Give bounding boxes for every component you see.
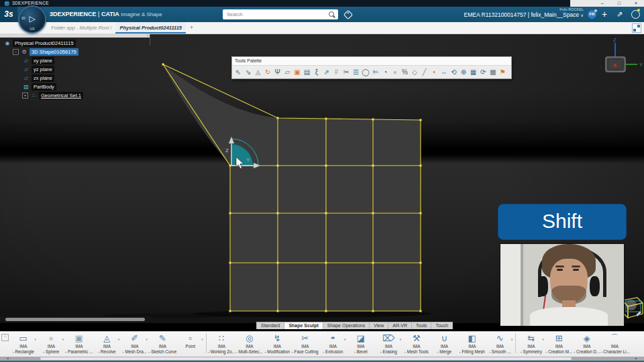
ellipse-tool-icon[interactable]: ◯ — [361, 66, 371, 78]
dropdown-caret-icon[interactable]: ∨ — [62, 337, 64, 341]
refresh-icon[interactable]: ⟳ — [478, 66, 488, 78]
toolbar-ima-creation-m[interactable]: ⊞IMA- Creation M... — [545, 332, 574, 355]
toolbar-ima-bevel[interactable]: ◪IMA- Bevel — [347, 332, 375, 355]
tag-icon[interactable] — [343, 10, 353, 19]
ribbon-tab-view[interactable]: View — [369, 322, 388, 329]
3dexperience-compass[interactable]: ▷ 3D V.R — [18, 5, 46, 34]
toolbar-ima-extrusion[interactable]: ◓∨IMA- Extrusion — [319, 332, 347, 355]
cut-icon[interactable]: ✂ — [341, 66, 352, 78]
tree-item-label[interactable]: xy plane — [32, 57, 54, 64]
extrude-box-icon[interactable]: ▣ — [292, 66, 303, 78]
share-icon[interactable]: ⇗ — [616, 10, 623, 19]
minus-expander-icon[interactable]: − — [13, 49, 19, 55]
search-input[interactable]: Search — [223, 9, 338, 19]
dropdown-caret-icon[interactable]: ∨ — [399, 337, 402, 341]
tree-item-zx-plane[interactable]: ▱zx plane — [1, 74, 83, 82]
point-tool-icon[interactable]: • — [429, 66, 439, 78]
add-button[interactable]: + — [602, 9, 607, 19]
table-icon[interactable]: ☰ — [351, 66, 361, 78]
dropdown-caret-icon[interactable]: ∨ — [542, 337, 545, 341]
tree-item-physical-product02411115[interactable]: ◉Physical Product02411115 — [1, 39, 83, 48]
snip-icon[interactable]: ✄ — [370, 66, 380, 78]
tree-item-label[interactable]: 3D Shape01056175 — [30, 48, 78, 56]
toolbar-ima-creation-d[interactable]: ◈IMA- Creation D... — [573, 332, 601, 355]
sphere-tool-icon[interactable]: ● — [390, 66, 400, 78]
cube-tool-icon[interactable]: ▦ — [468, 66, 478, 78]
toolbar-collapse-icon[interactable]: ˇ — [1, 334, 9, 341]
tree-item-yz-plane[interactable]: ▱yz plane — [1, 65, 83, 74]
project-arrow-icon[interactable]: ⇗ — [321, 66, 331, 78]
ribbon-tab-shape-operations[interactable]: Shape Operations — [323, 322, 370, 329]
toolbar-ima-revolve[interactable]: ◬∨IMA- Revolve — [93, 332, 121, 355]
rotate-view-icon[interactable]: ⟲ — [449, 66, 459, 78]
dropdown-caret-icon[interactable]: ∨ — [343, 337, 346, 341]
close-button[interactable]: × — [629, 0, 643, 7]
move-all-icon[interactable]: ⊕ — [459, 66, 469, 78]
scale-icon[interactable]: ξ — [312, 66, 322, 78]
minimize-button[interactable]: – — [596, 0, 609, 7]
toolbar-point[interactable]: ▫∨Point — [176, 332, 205, 349]
translate-face-icon[interactable]: ▱ — [282, 66, 292, 78]
ribbon-tab-ar-vr[interactable]: AR-VR — [388, 322, 412, 329]
pick-icon[interactable]: Ψ — [272, 66, 282, 78]
scrollbar-thumb[interactable] — [5, 318, 145, 321]
toolbar-ima-symmetry[interactable]: ⇆∨IMA- Symmetry — [517, 332, 545, 355]
maximize-button[interactable]: □ — [612, 0, 626, 7]
tree-item-label[interactable]: Geometrical Set.1 — [39, 92, 83, 99]
ribbon-tab-standard[interactable]: Standard — [256, 322, 284, 329]
tenant-selector[interactable]: EMEA R1132100014757 | felix_Main__Space … — [464, 11, 584, 18]
search-icon[interactable] — [329, 11, 334, 17]
dropdown-caret-icon[interactable]: ∨ — [201, 337, 204, 341]
rotate-box-icon[interactable]: ▤ — [302, 66, 312, 78]
tree-item-label[interactable]: yz plane — [32, 66, 54, 73]
tree-item-geometrical-set-1[interactable]: +∴Geometrical Set.1 — [1, 91, 83, 100]
toolbar-ima-smooth[interactable]: ∿∨IMA- Smooth ... — [486, 332, 515, 355]
multi-select-icon[interactable]: ⇘ — [244, 66, 254, 78]
new-tab-button[interactable]: + — [190, 22, 193, 34]
toolbar-ima-mesh-tools[interactable]: ⚒IMA- Mesh Tools — [402, 332, 431, 355]
toolbar-ima-rectangle[interactable]: ▭∨IMA- Rectangle — [9, 332, 38, 355]
tools-palette-title[interactable]: Tools Palette — [232, 57, 511, 66]
tree-item-label[interactable]: Physical Product02411115 — [13, 40, 76, 47]
toolbar-ima-mesh-dra[interactable]: ✐∨IMA- Mesh Dra... — [121, 332, 149, 355]
tree-item-label[interactable]: PartBody — [32, 83, 56, 90]
toolbar-ima-erasing[interactable]: ⌦∨IMA- Erasing — [375, 332, 403, 355]
flag-icon[interactable]: ⚑ — [498, 66, 508, 78]
toolbar-ima-face-cutting[interactable]: ✂IMA- Face Cutting — [291, 332, 319, 355]
toolbar-ima-multi-selec[interactable]: ◎IMA- Multi-Selec... — [235, 332, 264, 355]
free-rotate-icon[interactable]: ◬ — [253, 66, 263, 78]
dropdown-caret-icon[interactable]: ∨ — [117, 337, 120, 341]
breadcrumb-path[interactable]: Folder app - Multiple Root / — [51, 25, 111, 31]
toolbar-ima-character-li[interactable]: ⌒IMA- Character Li... — [601, 332, 629, 355]
select-icon[interactable]: ⇖ — [233, 66, 244, 78]
tree-horizontal-scrollbar[interactable] — [0, 316, 152, 322]
toolbar-ima-sketch-curve[interactable]: ✎IMA- Sketch Curve — [149, 332, 177, 355]
ribbon-tab-touch[interactable]: Touch — [431, 322, 453, 329]
toolbar-ima-working-zo[interactable]: ∷IMA- Working Zo... — [208, 332, 236, 355]
proportion-icon[interactable]: % — [400, 66, 410, 78]
scroll-left-icon[interactable]: ◂ — [7, 356, 9, 361]
toolbar-ima-merge[interactable]: ∪IMA- Merge — [431, 332, 459, 355]
toolbar-ima-fitting-mesh[interactable]: ◧IMA- Fitting Mesh — [458, 332, 486, 355]
tree-item-label[interactable]: zx plane — [32, 74, 54, 82]
protractor-icon[interactable]: ◔ — [380, 66, 390, 78]
scrollbar-thumb[interactable] — [40, 357, 572, 360]
tree-item-3d-shape01056175[interactable]: −⚙3D Shape01056175 — [1, 48, 83, 56]
line-tool-icon[interactable]: ╱ — [419, 66, 429, 78]
diamond-tool-icon[interactable]: ◇ — [410, 66, 420, 78]
toolbar-ima-parametric[interactable]: ▣IMA- Parametric ... — [65, 332, 93, 355]
scroll-right-icon[interactable]: ▸ — [635, 356, 637, 361]
toolbar-ima-sphere[interactable]: ●∨IMA- Sphere — [38, 332, 66, 355]
lock-icon[interactable]: ▩ — [488, 66, 498, 78]
ribbon-tab-shape-sculpt[interactable]: Shape Sculpt — [284, 322, 323, 329]
tree-item-partbody[interactable]: ▧PartBody — [1, 82, 83, 91]
dropdown-caret-icon[interactable]: ∨ — [146, 337, 148, 341]
plus-expander-icon[interactable]: + — [22, 93, 28, 99]
grid-icon[interactable]: # — [331, 66, 341, 78]
dropdown-caret-icon[interactable]: ∨ — [34, 337, 37, 341]
toolbar-ima-modification[interactable]: ↯IMA- Modification — [264, 332, 292, 355]
active-document-tab[interactable]: Physical Product02411115 — [115, 22, 186, 34]
link-icon[interactable]: ⇔ — [439, 66, 449, 78]
fit-view-icon[interactable] — [632, 23, 641, 33]
tree-item-xy-plane[interactable]: ▱xy plane — [1, 56, 83, 65]
